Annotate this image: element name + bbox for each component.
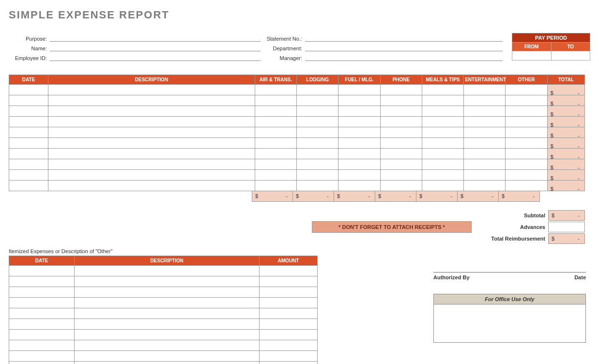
expense-cell[interactable] bbox=[422, 106, 463, 117]
expense-cell[interactable] bbox=[338, 95, 380, 106]
input-department[interactable] bbox=[305, 45, 503, 51]
expense-cell[interactable] bbox=[296, 170, 338, 181]
expense-cell[interactable] bbox=[422, 149, 463, 159]
expense-cell[interactable] bbox=[9, 127, 48, 138]
itemized-cell[interactable] bbox=[260, 287, 318, 298]
expense-cell[interactable] bbox=[48, 127, 255, 138]
expense-cell[interactable] bbox=[9, 181, 48, 191]
itemized-cell[interactable] bbox=[9, 330, 75, 340]
expense-cell[interactable] bbox=[48, 85, 255, 95]
expense-cell[interactable] bbox=[380, 159, 422, 170]
expense-cell[interactable] bbox=[506, 149, 547, 159]
expense-cell[interactable] bbox=[338, 117, 380, 127]
expense-cell[interactable] bbox=[464, 159, 506, 170]
itemized-cell[interactable] bbox=[75, 362, 260, 364]
expense-cell[interactable] bbox=[422, 117, 463, 127]
expense-cell[interactable] bbox=[255, 85, 296, 95]
expense-cell[interactable] bbox=[380, 170, 422, 181]
itemized-cell[interactable] bbox=[75, 266, 260, 276]
expense-cell[interactable] bbox=[338, 85, 380, 95]
itemized-cell[interactable] bbox=[75, 330, 260, 340]
itemized-cell[interactable] bbox=[260, 298, 318, 308]
expense-cell[interactable] bbox=[506, 181, 547, 191]
expense-cell[interactable] bbox=[48, 181, 255, 191]
expense-cell[interactable] bbox=[380, 106, 422, 117]
expense-cell[interactable] bbox=[422, 181, 463, 191]
itemized-cell[interactable] bbox=[260, 362, 318, 364]
expense-cell[interactable] bbox=[464, 170, 506, 181]
office-use-body[interactable] bbox=[434, 304, 585, 342]
expense-cell[interactable] bbox=[9, 159, 48, 170]
expense-cell[interactable] bbox=[255, 106, 296, 117]
expense-cell[interactable] bbox=[296, 159, 338, 170]
input-manager[interactable] bbox=[305, 54, 503, 61]
expense-cell[interactable] bbox=[338, 159, 380, 170]
expense-cell[interactable] bbox=[380, 117, 422, 127]
itemized-cell[interactable] bbox=[9, 266, 75, 276]
expense-cell[interactable] bbox=[380, 85, 422, 95]
expense-cell[interactable] bbox=[255, 181, 296, 191]
expense-cell[interactable] bbox=[380, 95, 422, 106]
expense-cell[interactable] bbox=[506, 106, 547, 117]
expense-cell[interactable] bbox=[380, 149, 422, 159]
expense-cell[interactable] bbox=[296, 138, 338, 149]
itemized-cell[interactable] bbox=[75, 287, 260, 298]
itemized-cell[interactable] bbox=[260, 308, 318, 319]
itemized-cell[interactable] bbox=[260, 319, 318, 330]
itemized-cell[interactable] bbox=[9, 340, 75, 351]
expense-cell[interactable] bbox=[338, 181, 380, 191]
expense-cell[interactable] bbox=[506, 170, 547, 181]
itemized-cell[interactable] bbox=[75, 340, 260, 351]
expense-cell[interactable] bbox=[422, 138, 463, 149]
input-purpose[interactable] bbox=[50, 35, 261, 42]
itemized-cell[interactable] bbox=[75, 298, 260, 308]
input-employee-id[interactable] bbox=[50, 54, 261, 61]
expense-cell[interactable] bbox=[296, 117, 338, 127]
expense-cell[interactable] bbox=[422, 159, 463, 170]
expense-cell[interactable] bbox=[296, 181, 338, 191]
expense-cell[interactable] bbox=[464, 127, 506, 138]
expense-cell[interactable] bbox=[48, 95, 255, 106]
expense-cell[interactable] bbox=[48, 170, 255, 181]
expense-cell[interactable] bbox=[338, 149, 380, 159]
expense-cell[interactable] bbox=[255, 117, 296, 127]
expense-cell[interactable] bbox=[296, 85, 338, 95]
itemized-cell[interactable] bbox=[75, 319, 260, 330]
pay-period-from-cell[interactable] bbox=[512, 51, 552, 61]
expense-cell[interactable] bbox=[422, 170, 463, 181]
expense-cell[interactable] bbox=[380, 181, 422, 191]
pay-period-to-cell[interactable] bbox=[552, 51, 591, 61]
expense-cell[interactable] bbox=[338, 138, 380, 149]
expense-cell[interactable] bbox=[506, 85, 547, 95]
itemized-cell[interactable] bbox=[9, 319, 75, 330]
expense-cell[interactable] bbox=[9, 85, 48, 95]
expense-cell[interactable] bbox=[48, 159, 255, 170]
expense-cell[interactable] bbox=[380, 127, 422, 138]
expense-cell[interactable] bbox=[506, 95, 547, 106]
expense-cell[interactable] bbox=[506, 159, 547, 170]
expense-cell[interactable] bbox=[464, 95, 506, 106]
input-statement-no[interactable] bbox=[305, 35, 503, 42]
expense-cell[interactable] bbox=[255, 170, 296, 181]
expense-cell[interactable] bbox=[48, 106, 255, 117]
itemized-cell[interactable] bbox=[260, 276, 318, 287]
expense-cell[interactable] bbox=[9, 106, 48, 117]
expense-cell[interactable] bbox=[9, 95, 48, 106]
expense-cell[interactable] bbox=[48, 149, 255, 159]
expense-cell[interactable] bbox=[338, 127, 380, 138]
expense-cell[interactable] bbox=[380, 138, 422, 149]
itemized-cell[interactable] bbox=[260, 340, 318, 351]
expense-cell[interactable] bbox=[255, 138, 296, 149]
expense-cell[interactable] bbox=[464, 149, 506, 159]
expense-cell[interactable] bbox=[464, 138, 506, 149]
expense-cell[interactable] bbox=[255, 95, 296, 106]
expense-cell[interactable] bbox=[9, 138, 48, 149]
expense-cell[interactable] bbox=[338, 170, 380, 181]
expense-cell[interactable] bbox=[255, 149, 296, 159]
expense-cell[interactable] bbox=[506, 127, 547, 138]
expense-cell[interactable] bbox=[296, 106, 338, 117]
expense-cell[interactable] bbox=[255, 159, 296, 170]
expense-cell[interactable] bbox=[422, 127, 463, 138]
expense-cell[interactable] bbox=[255, 127, 296, 138]
expense-cell[interactable] bbox=[464, 85, 506, 95]
